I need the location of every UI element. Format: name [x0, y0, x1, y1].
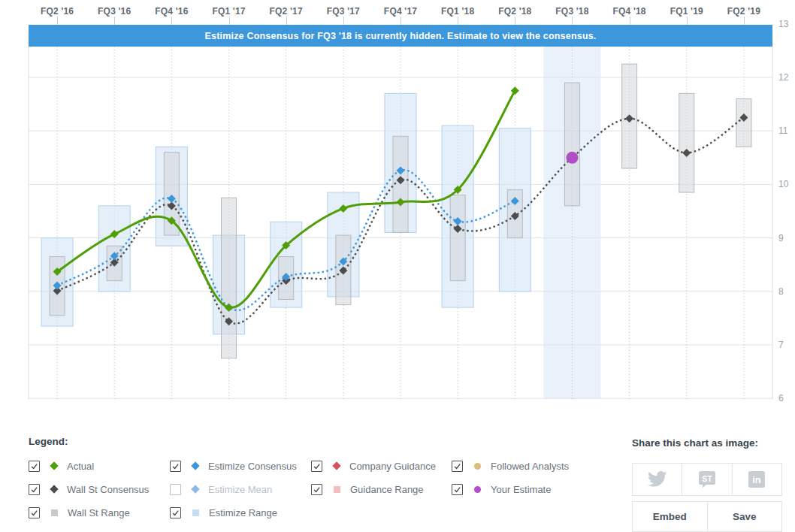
x-axis-label: FQ4 '17 — [384, 6, 417, 17]
legend-marker-wall-st-range — [51, 509, 58, 516]
linkedin-icon: in — [748, 470, 766, 488]
checkbox-actual[interactable] — [29, 461, 40, 472]
svg-text:in: in — [753, 474, 762, 485]
legend-item-estimize-mean: Estimize Mean — [170, 481, 311, 497]
checkbox-estimize-consensus[interactable] — [170, 461, 181, 472]
legend-label: Estimize Range — [209, 507, 277, 518]
x-axis-tick — [343, 17, 344, 25]
y-axis-label: 9 — [778, 233, 784, 243]
legend-item-actual: Actual — [29, 458, 170, 474]
x-axis-tick — [229, 17, 230, 25]
legend-column: ActualWall St ConsensusWall St Range — [29, 458, 170, 527]
data-point-circle[interactable] — [566, 152, 578, 164]
legend-item-followed-analysts: Followed Analysts — [452, 458, 594, 474]
x-axis-tick — [572, 17, 573, 25]
share-stocktwits-button[interactable]: ST — [682, 463, 732, 496]
checkmark-icon — [171, 462, 180, 470]
y-axis-label: 11 — [778, 125, 787, 136]
legend: Legend: ActualWall St ConsensusWall St R… — [29, 436, 594, 527]
y-axis-label: 12 — [778, 72, 788, 83]
y-axis-label: 10 — [778, 179, 788, 189]
checkbox-guidance-range[interactable] — [311, 484, 322, 495]
legend-marker-guidance-range — [334, 486, 340, 493]
legend-marker-company-guidance — [332, 461, 340, 470]
legend-label: Guidance Range — [350, 484, 424, 495]
x-axis-label: FQ4 '18 — [612, 6, 645, 17]
share-twitter-button[interactable] — [632, 463, 682, 496]
legend-item-company-guidance: Company Guidance — [311, 458, 452, 474]
legend-marker-actual — [50, 461, 58, 470]
legend-item-estimize-consensus: Estimize Consensus — [170, 458, 311, 474]
share-social-buttons: STin — [632, 463, 782, 496]
legend-label: Followed Analysts — [491, 461, 569, 472]
checkbox-followed-analysts[interactable] — [452, 461, 463, 472]
x-axis-tick — [401, 17, 401, 25]
legend-items: ActualWall St ConsensusWall St RangeEsti… — [29, 458, 594, 527]
legend-label: Estimize Consensus — [208, 461, 297, 472]
legend-label: Wall St Consensus — [67, 484, 149, 495]
share-action-buttons: EmbedSave — [632, 501, 782, 532]
banner-text: Estimize Consensus for FQ3 '18 is curren… — [204, 31, 596, 41]
legend-marker-your-estimate — [474, 486, 481, 493]
legend-item-guidance-range: Guidance Range — [311, 481, 452, 497]
legend-label: Company Guidance — [349, 461, 436, 472]
x-axis-label: FQ4 '16 — [155, 6, 188, 17]
x-axis-tick — [458, 17, 458, 25]
x-axis-tick — [114, 17, 115, 25]
legend-title: Legend: — [29, 436, 594, 447]
x-axis-tick — [744, 17, 745, 25]
legend-item-your-estimate: Your Estimate — [452, 481, 594, 497]
x-axis-tick — [286, 17, 287, 25]
checkbox-wall-st-consensus[interactable] — [29, 484, 40, 495]
checkbox-estimize-mean[interactable] — [170, 484, 181, 495]
share-linkedin-button[interactable]: in — [732, 463, 782, 496]
x-axis-label: FQ1 '19 — [670, 6, 703, 17]
range-bar — [222, 198, 237, 358]
legend-item-estimize-range: Estimize Range — [170, 504, 311, 521]
legend-column: Estimize ConsensusEstimize MeanEstimize … — [170, 458, 311, 527]
checkmark-icon — [453, 485, 461, 494]
twitter-icon — [648, 471, 667, 488]
stocktwits-icon: ST — [698, 470, 716, 488]
range-bar — [679, 93, 694, 192]
range-bar — [736, 98, 751, 147]
legend-item-wall-st-consensus: Wall St Consensus — [29, 481, 170, 497]
data-point-diamond[interactable] — [511, 86, 519, 95]
y-axis-label: 13 — [778, 19, 788, 29]
legend-marker-followed-analysts — [474, 463, 481, 470]
share-panel: Share this chart as image: STin EmbedSav… — [632, 437, 782, 532]
x-axis-label: FQ2 '17 — [270, 6, 303, 17]
estimize-chart-widget: FQ2 '16FQ3 '16FQ4 '16FQ1 '17FQ2 '17FQ3 '… — [0, 0, 795, 532]
checkbox-company-guidance[interactable] — [311, 461, 322, 472]
y-axis-label: 8 — [778, 286, 784, 297]
legend-label: Your Estimate — [491, 484, 551, 495]
legend-marker-wall-st-consensus — [50, 485, 58, 493]
x-axis-tick — [687, 17, 688, 25]
embed-button[interactable]: Embed — [632, 501, 708, 532]
legend-label: Wall St Range — [68, 507, 130, 518]
share-title: Share this chart as image: — [632, 437, 782, 449]
range-bar — [564, 83, 579, 206]
x-axis-label: FQ1 '18 — [441, 6, 474, 17]
checkmark-icon — [30, 485, 38, 494]
svg-text:ST: ST — [702, 474, 712, 483]
checkbox-wall-st-range[interactable] — [29, 507, 40, 518]
x-axis-label: FQ2 '19 — [727, 6, 760, 17]
x-axis-label: FQ1 '17 — [212, 6, 245, 17]
x-axis-label: FQ3 '17 — [327, 6, 360, 17]
x-axis-label: FQ2 '18 — [498, 6, 531, 17]
save-button[interactable]: Save — [707, 501, 783, 532]
checkmark-icon — [453, 462, 461, 470]
series-your-estimate — [566, 152, 578, 164]
legend-marker-estimize-range — [192, 509, 199, 516]
checkmark-icon — [30, 462, 38, 470]
hidden-consensus-banner: Estimize Consensus for FQ3 '18 is curren… — [29, 25, 772, 47]
x-axis-label: FQ3 '16 — [98, 6, 131, 17]
checkmark-icon — [30, 509, 38, 517]
checkbox-estimize-range[interactable] — [170, 507, 181, 518]
x-axis-label: FQ3 '18 — [555, 6, 588, 17]
checkbox-your-estimate[interactable] — [452, 484, 463, 495]
x-axis-label: FQ2 '16 — [41, 6, 74, 17]
x-axis-tick — [171, 17, 172, 25]
legend-label: Estimize Mean — [208, 484, 272, 495]
